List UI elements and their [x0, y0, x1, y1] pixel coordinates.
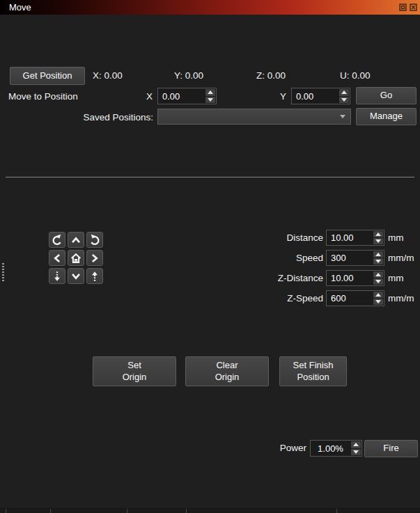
- jog-z-up-button[interactable]: [86, 268, 103, 284]
- y-spin-down-button[interactable]: [339, 97, 349, 104]
- power-spin-up-button[interactable]: [351, 441, 361, 448]
- coord-x-readout: X: 0.00: [93, 70, 123, 81]
- panel-drag-handle[interactable]: [2, 263, 4, 281]
- power-spin-down-button[interactable]: [351, 449, 361, 456]
- z-distance-spinbox[interactable]: [326, 270, 384, 286]
- z-down-icon: [51, 270, 63, 283]
- move-panel: Move Get Position X: 0.00 Y: 0.00 Z: 0.0…: [0, 0, 420, 513]
- spin-up-icon: [353, 443, 359, 446]
- jog-down-button[interactable]: [68, 268, 84, 284]
- speed-unit: mm/m: [388, 250, 414, 266]
- jog-left-button[interactable]: [49, 250, 65, 266]
- set-finish-label-line2: Position: [297, 372, 329, 383]
- chevron-left-icon: [51, 252, 63, 265]
- distance-spinbox[interactable]: [326, 230, 384, 246]
- distance-unit: mm: [388, 230, 404, 246]
- z-speed-spinbox[interactable]: [326, 290, 384, 306]
- section-divider: [6, 177, 414, 177]
- saved-positions-dropdown[interactable]: [157, 109, 351, 125]
- chevron-up-icon: [70, 234, 82, 246]
- go-button[interactable]: Go: [356, 87, 417, 104]
- jog-rotate-cw-button[interactable]: [86, 232, 103, 248]
- spin-up-icon: [375, 232, 381, 236]
- jog-rotate-ccw-button[interactable]: [49, 232, 65, 248]
- spin-down-icon: [353, 450, 359, 454]
- speed-input[interactable]: [327, 251, 373, 265]
- z-up-icon: [88, 270, 101, 283]
- set-origin-button[interactable]: Set Origin: [93, 356, 176, 386]
- y-position-spinbox[interactable]: [291, 88, 350, 104]
- power-input[interactable]: [311, 441, 350, 456]
- chevron-down-icon: [335, 115, 350, 118]
- clear-origin-label-line2: Origin: [215, 372, 240, 383]
- panel-titlebar[interactable]: Move: [0, 0, 420, 15]
- set-origin-label-line2: Origin: [123, 372, 147, 383]
- jog-z-down-button[interactable]: [49, 268, 65, 284]
- chevron-down-icon: [70, 270, 82, 283]
- jog-home-button[interactable]: [68, 250, 84, 266]
- get-position-button[interactable]: Get Position: [10, 67, 85, 85]
- tab-divider: [336, 509, 337, 513]
- z-speed-spin-up-button[interactable]: [373, 292, 383, 298]
- spin-up-icon: [208, 90, 213, 94]
- go-button-label: Go: [380, 90, 392, 101]
- x-spin-down-button[interactable]: [205, 97, 215, 104]
- spin-up-icon: [341, 90, 347, 94]
- jog-right-button[interactable]: [86, 250, 103, 266]
- z-distance-spin-up-button[interactable]: [373, 271, 383, 278]
- chevron-right-icon: [88, 252, 101, 265]
- jog-up-button[interactable]: [68, 232, 84, 248]
- spin-down-icon: [375, 260, 381, 263]
- spin-up-icon: [375, 253, 381, 256]
- tab-divider: [6, 509, 6, 513]
- set-finish-position-button[interactable]: Set Finish Position: [279, 356, 347, 386]
- y-spin-up-button[interactable]: [339, 89, 349, 96]
- coord-z-readout: Z: 0.00: [256, 70, 286, 81]
- speed-label: Speed: [209, 250, 323, 266]
- tab-divider: [127, 509, 127, 513]
- panel-title: Move: [0, 2, 31, 13]
- z-distance-unit: mm: [388, 270, 404, 286]
- fire-button[interactable]: Fire: [364, 440, 418, 457]
- distance-input[interactable]: [327, 230, 373, 245]
- z-speed-unit: mm/m: [388, 290, 414, 306]
- home-icon: [70, 252, 82, 265]
- speed-spin-up-button[interactable]: [373, 251, 383, 258]
- set-finish-label-line1: Set Finish: [293, 360, 334, 371]
- z-distance-input[interactable]: [327, 271, 373, 285]
- z-speed-spin-down-button[interactable]: [373, 299, 383, 305]
- distance-label: Distance: [209, 230, 323, 246]
- float-panel-icon[interactable]: [398, 3, 407, 11]
- tab-divider: [50, 509, 51, 513]
- z-distance-spin-down-button[interactable]: [373, 278, 383, 285]
- move-to-position-label: Move to Position: [8, 91, 78, 102]
- distance-spin-down-button[interactable]: [373, 238, 383, 244]
- speed-spinbox[interactable]: [326, 250, 384, 266]
- y-position-input[interactable]: [292, 88, 339, 104]
- coord-u-readout: U: 0.00: [340, 70, 371, 81]
- tab-divider: [186, 509, 187, 513]
- speed-spin-down-button[interactable]: [373, 258, 383, 265]
- lower-panel-tab-strip: [0, 508, 420, 513]
- power-spinbox[interactable]: [310, 440, 362, 457]
- spin-down-icon: [375, 300, 381, 303]
- spin-up-icon: [375, 293, 381, 297]
- fire-button-label: Fire: [383, 443, 398, 454]
- spin-up-icon: [375, 273, 381, 276]
- close-panel-icon[interactable]: [409, 3, 417, 11]
- spin-down-icon: [375, 280, 381, 283]
- power-label: Power: [258, 440, 306, 457]
- x-position-spinbox[interactable]: [157, 88, 217, 104]
- manage-button-label: Manage: [370, 111, 403, 122]
- manage-positions-button[interactable]: Manage: [356, 108, 417, 125]
- x-spin-up-button[interactable]: [205, 89, 215, 96]
- coord-y-readout: Y: 0.00: [174, 70, 203, 81]
- distance-spin-up-button[interactable]: [373, 231, 383, 237]
- z-speed-input[interactable]: [327, 291, 373, 306]
- x-position-input[interactable]: [158, 88, 205, 104]
- spin-down-icon: [341, 98, 347, 102]
- y-field-label: Y: [280, 91, 286, 102]
- jog-control-grid: [49, 232, 103, 284]
- spin-down-icon: [208, 98, 213, 102]
- clear-origin-button[interactable]: Clear Origin: [185, 356, 269, 386]
